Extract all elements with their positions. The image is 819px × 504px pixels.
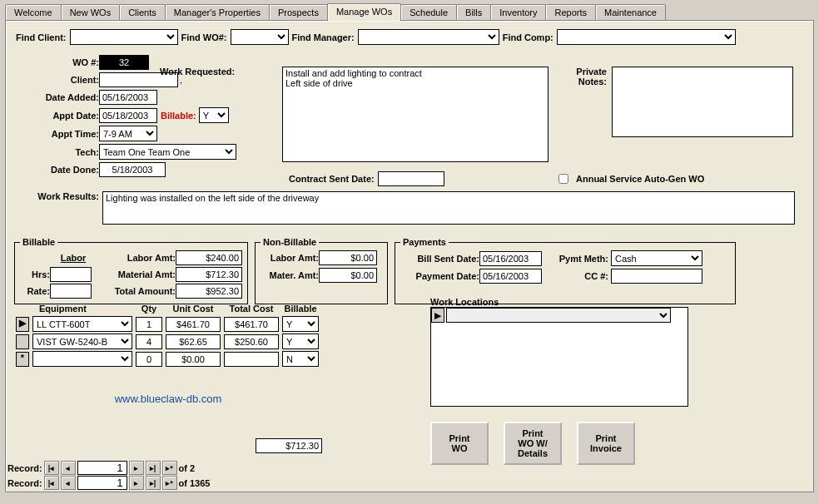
watermark-link[interactable]: www.blueclaw-db.com xyxy=(14,393,322,405)
payment-date-input[interactable] xyxy=(479,269,542,284)
record-pos-input[interactable] xyxy=(77,476,127,490)
pymt-meth-label: Pymt Meth: xyxy=(542,254,608,264)
eq-qty[interactable]: 1 xyxy=(136,317,162,332)
table-row: ▶ LL CTT-600T 1 $461.70 $461.70 Y xyxy=(14,315,320,333)
nb-mater-amt-label: Mater. Amt: xyxy=(261,270,319,280)
pymt-meth-select[interactable]: Cash xyxy=(611,250,702,266)
first-record-icon[interactable]: |◂ xyxy=(44,461,59,475)
row-marker-icon xyxy=(16,334,29,349)
record-total: of 2 xyxy=(179,463,196,473)
print-invoice-button[interactable]: Print Invoice xyxy=(577,422,635,465)
work-location-select[interactable] xyxy=(446,308,671,323)
record-pos-input[interactable] xyxy=(77,461,127,475)
wo-num-label: WO #: xyxy=(16,57,99,67)
eq-unit[interactable]: $62.65 xyxy=(166,334,221,349)
print-wo-details-button[interactable]: Print WO W/ Details xyxy=(504,422,562,465)
hrs-input[interactable] xyxy=(50,267,92,282)
date-done-input[interactable] xyxy=(99,162,166,177)
wo-num-input[interactable] xyxy=(99,55,149,70)
appt-date-label: Appt Date: xyxy=(16,111,99,121)
nonbillable-group: Non-Billable Labor Amt: Mater. Amt: xyxy=(255,237,388,304)
eq-bill-select[interactable]: N xyxy=(282,351,319,367)
record-label: Record: xyxy=(7,463,42,473)
eq-total[interactable]: $250.60 xyxy=(224,334,279,349)
work-requested-text[interactable]: Install and add lighting to contract Lef… xyxy=(282,67,548,162)
eq-h-qty: Qty xyxy=(134,304,164,315)
nonbillable-legend: Non-Billable xyxy=(261,237,319,247)
tab-inventory[interactable]: Inventory xyxy=(490,4,546,20)
last-record-icon[interactable]: ▸| xyxy=(146,461,161,475)
eq-name-select[interactable] xyxy=(32,351,132,367)
material-amt-input[interactable] xyxy=(176,267,242,282)
print-wo-button[interactable]: Print WO xyxy=(430,422,489,465)
billable-legend: Billable xyxy=(20,237,57,247)
private-notes-text[interactable] xyxy=(612,67,793,137)
find-client-select[interactable] xyxy=(70,29,178,45)
prev-record-icon[interactable]: ◂ xyxy=(61,461,76,475)
cc-input[interactable] xyxy=(611,269,702,284)
eq-bill-select[interactable]: Y xyxy=(282,334,319,349)
work-requested-label: Work Requested: xyxy=(160,67,235,77)
rate-input[interactable] xyxy=(50,284,92,299)
find-comp-select[interactable] xyxy=(557,29,736,45)
find-manager-select[interactable] xyxy=(358,29,499,45)
billable-select[interactable]: Y xyxy=(199,107,229,123)
next-record-icon[interactable]: ▸ xyxy=(129,476,144,490)
last-record-icon[interactable]: ▸| xyxy=(146,476,161,490)
appt-time-label: Appt Time: xyxy=(16,129,99,139)
tab-new-wos[interactable]: New WOs xyxy=(61,4,121,20)
eq-total[interactable]: $461.70 xyxy=(224,317,279,332)
eq-bill-select[interactable]: Y xyxy=(282,316,319,332)
tech-select[interactable]: Team One Team One xyxy=(99,144,236,160)
next-record-icon[interactable]: ▸ xyxy=(129,461,144,475)
prev-record-icon[interactable]: ◂ xyxy=(61,476,76,490)
bill-sent-input[interactable] xyxy=(479,251,542,266)
record-total: of 1365 xyxy=(179,478,211,488)
date-done-label: Date Done: xyxy=(16,165,99,175)
tab-clients[interactable]: Clients xyxy=(119,4,166,20)
first-record-icon[interactable]: |◂ xyxy=(44,476,59,490)
tab-reports[interactable]: Reports xyxy=(545,4,596,20)
new-record-icon[interactable]: ▸* xyxy=(162,461,177,475)
tab-prospects[interactable]: Prospects xyxy=(269,4,328,20)
eq-unit[interactable]: $461.70 xyxy=(166,317,221,332)
rate-label: Rate: xyxy=(20,286,50,296)
labor-amt-input[interactable] xyxy=(176,250,242,265)
table-row: * 0 $0.00 N xyxy=(14,350,320,368)
work-results-label: Work Results: xyxy=(16,191,99,201)
eq-total[interactable] xyxy=(224,352,279,367)
eq-unit[interactable]: $0.00 xyxy=(166,352,221,367)
nb-mater-amt-input[interactable] xyxy=(319,268,377,283)
new-record-icon[interactable]: ▸* xyxy=(162,476,177,490)
record-label: Record: xyxy=(7,478,42,488)
row-marker-icon: ▶ xyxy=(431,308,444,323)
tab-welcome[interactable]: Welcome xyxy=(5,4,62,20)
find-comp-label: Find Comp: xyxy=(503,32,553,42)
tab-manage-wos[interactable]: Manage WOs xyxy=(327,3,401,21)
date-added-input[interactable] xyxy=(99,90,157,105)
work-locations-label: Work Locations xyxy=(430,297,499,307)
eq-name-select[interactable]: LL CTT-600T xyxy=(32,316,132,332)
find-bar: Find Client: Find WO#: Find Manager: Fin… xyxy=(16,29,803,45)
main-panel: Find Client: Find WO#: Find Manager: Fin… xyxy=(5,20,814,492)
total-amt-input[interactable] xyxy=(176,284,242,299)
find-wo-select[interactable] xyxy=(231,29,289,45)
contract-sent-input[interactable] xyxy=(378,171,444,186)
eq-name-select[interactable]: VIST GW-5240-B xyxy=(32,334,132,349)
tab-maintenance[interactable]: Maintenance xyxy=(595,4,666,20)
tab-schedule[interactable]: Schedule xyxy=(400,4,457,20)
tab-bills[interactable]: Bills xyxy=(456,4,491,20)
find-wo-label: Find WO#: xyxy=(181,32,227,42)
nb-labor-amt-input[interactable] xyxy=(319,250,377,265)
eq-qty[interactable]: 0 xyxy=(136,352,162,367)
tab-managers-properties[interactable]: Manager's Properties xyxy=(165,4,270,20)
auto-gen-checkbox[interactable] xyxy=(558,174,568,184)
appt-time-select[interactable]: 7-9 AM xyxy=(99,126,157,141)
appt-date-input[interactable] xyxy=(99,108,157,123)
cc-label: CC #: xyxy=(542,271,608,281)
eq-qty[interactable]: 4 xyxy=(136,334,162,349)
record-nav-sub: Record: |◂ ◂ ▸ ▸| ▸* of 2 xyxy=(7,461,195,475)
work-results-text[interactable]: Lighting was installed on the left side … xyxy=(102,191,795,225)
row-marker-icon: * xyxy=(16,352,29,367)
eq-h-bill: Billable xyxy=(280,304,320,315)
